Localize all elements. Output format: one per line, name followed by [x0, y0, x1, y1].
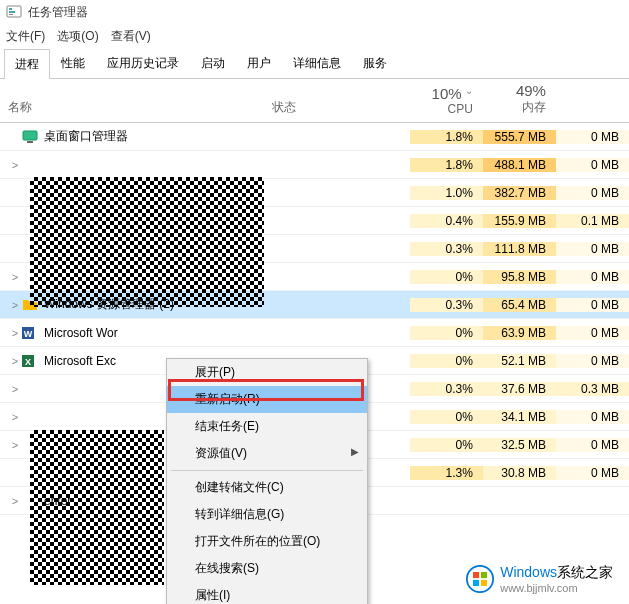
svg-rect-5: [27, 141, 33, 143]
mem-value: 63.9 MB: [483, 326, 556, 340]
cpu-label: CPU: [414, 102, 473, 116]
menu-separator: [171, 470, 363, 471]
cpu-value: 0.3%: [410, 298, 483, 312]
cpu-value: 0.4%: [410, 214, 483, 228]
expand-toggle[interactable]: >: [8, 411, 22, 423]
svg-rect-14: [481, 580, 487, 586]
mem-value: 32.5 MB: [483, 438, 556, 452]
censored-block: [30, 177, 264, 307]
context-menu-item[interactable]: 属性(I): [167, 582, 367, 604]
cpu-value: 0%: [410, 326, 483, 340]
disk-value: 0 MB: [556, 242, 629, 256]
svg-rect-2: [9, 11, 15, 13]
cpu-value: 0%: [410, 438, 483, 452]
excel-icon: X: [22, 353, 38, 369]
expand-toggle[interactable]: >: [8, 159, 22, 171]
tab-services[interactable]: 服务: [352, 48, 398, 78]
taskmgr-icon: [6, 4, 22, 20]
monitor-icon: [22, 129, 38, 145]
cpu-value: 0%: [410, 354, 483, 368]
expand-toggle[interactable]: >: [8, 355, 22, 367]
context-menu: 展开(P)重新启动(R)结束任务(E)资源值(V)▶创建转储文件(C)转到详细信…: [166, 358, 368, 604]
menu-options[interactable]: 选项(O): [57, 28, 98, 44]
disk-value: 0 MB: [556, 298, 629, 312]
mem-label: 内存: [487, 99, 546, 116]
svg-rect-1: [9, 8, 12, 10]
tab-details[interactable]: 详细信息: [282, 48, 352, 78]
context-menu-item[interactable]: 结束任务(E): [167, 413, 367, 440]
cpu-value: 1.8%: [410, 130, 483, 144]
process-name: Microsoft Exc: [44, 354, 116, 368]
mem-value: 555.7 MB: [483, 130, 556, 144]
expand-toggle[interactable]: >: [8, 299, 22, 311]
mem-value: 37.6 MB: [483, 382, 556, 396]
context-menu-item[interactable]: 转到详细信息(G): [167, 501, 367, 528]
windows-logo-icon: [466, 565, 494, 593]
process-row[interactable]: >WMicrosoft Wor0%63.9 MB0 MB: [0, 319, 629, 347]
expand-toggle[interactable]: >: [8, 439, 22, 451]
mem-value: 382.7 MB: [483, 186, 556, 200]
context-menu-item[interactable]: 创建转储文件(C): [167, 474, 367, 501]
context-menu-item[interactable]: 在线搜索(S): [167, 555, 367, 582]
tabbar: 进程 性能 应用历史记录 启动 用户 详细信息 服务: [0, 48, 629, 79]
disk-value: 0 MB: [556, 326, 629, 340]
svg-rect-13: [473, 580, 479, 586]
watermark: Windows系统之家 www.bjjmlv.com: [458, 560, 621, 598]
expand-toggle[interactable]: >: [8, 271, 22, 283]
svg-rect-3: [9, 14, 13, 15]
menu-file[interactable]: 文件(F): [6, 28, 45, 44]
expand-toggle[interactable]: >: [8, 383, 22, 395]
mem-value: 488.1 MB: [483, 158, 556, 172]
svg-rect-4: [23, 131, 37, 140]
censored-block: [30, 430, 164, 585]
process-name: Microsoft Wor: [44, 326, 118, 340]
tab-startup[interactable]: 启动: [190, 48, 236, 78]
disk-value: 0 MB: [556, 410, 629, 424]
tab-users[interactable]: 用户: [236, 48, 282, 78]
svg-rect-11: [473, 572, 479, 578]
disk-value: 0 MB: [556, 158, 629, 172]
mem-value: 65.4 MB: [483, 298, 556, 312]
svg-rect-12: [481, 572, 487, 578]
submenu-arrow-icon: ▶: [351, 446, 359, 457]
mem-percent: 49%: [487, 82, 546, 99]
context-menu-item[interactable]: 打开文件所在的位置(O): [167, 528, 367, 555]
cpu-value: 0.3%: [410, 242, 483, 256]
watermark-url: www.bjjmlv.com: [500, 582, 613, 594]
header-disk[interactable]: [556, 112, 629, 122]
cpu-value: 0.3%: [410, 382, 483, 396]
process-name: 桌面窗口管理器: [44, 128, 128, 145]
header-status[interactable]: 状态: [264, 95, 410, 122]
context-menu-item[interactable]: 展开(P): [167, 359, 367, 386]
context-menu-item[interactable]: 重新启动(R): [167, 386, 367, 413]
header-name[interactable]: 名称: [0, 95, 264, 122]
tab-processes[interactable]: 进程: [4, 49, 50, 79]
process-row[interactable]: >1.8%488.1 MB0 MB: [0, 151, 629, 179]
word-icon: W: [22, 325, 38, 341]
process-row[interactable]: 桌面窗口管理器1.8%555.7 MB0 MB: [0, 123, 629, 151]
cpu-percent: 10%: [432, 85, 462, 102]
expand-toggle[interactable]: >: [8, 327, 22, 339]
cpu-value: 0%: [410, 410, 483, 424]
mem-value: 111.8 MB: [483, 242, 556, 256]
mem-value: 52.1 MB: [483, 354, 556, 368]
mem-value: 155.9 MB: [483, 214, 556, 228]
disk-value: 0 MB: [556, 438, 629, 452]
header-cpu[interactable]: 10% ⌄ CPU: [410, 81, 483, 122]
titlebar: 任务管理器: [0, 0, 629, 24]
tab-app-history[interactable]: 应用历史记录: [96, 48, 190, 78]
menubar: 文件(F) 选项(O) 查看(V): [0, 24, 629, 48]
context-menu-item[interactable]: 资源值(V)▶: [167, 440, 367, 467]
svg-point-10: [467, 566, 493, 592]
cpu-value: 1.3%: [410, 466, 483, 480]
menu-view[interactable]: 查看(V): [111, 28, 151, 44]
tab-performance[interactable]: 性能: [50, 48, 96, 78]
header-memory[interactable]: 49% 内存: [483, 78, 556, 122]
disk-value: 0 MB: [556, 354, 629, 368]
mem-value: 34.1 MB: [483, 410, 556, 424]
column-headers: 名称 状态 10% ⌄ CPU 49% 内存: [0, 79, 629, 123]
disk-value: 0.1 MB: [556, 214, 629, 228]
expand-toggle[interactable]: >: [8, 495, 22, 507]
svg-text:W: W: [24, 329, 33, 339]
disk-value: 0 MB: [556, 466, 629, 480]
